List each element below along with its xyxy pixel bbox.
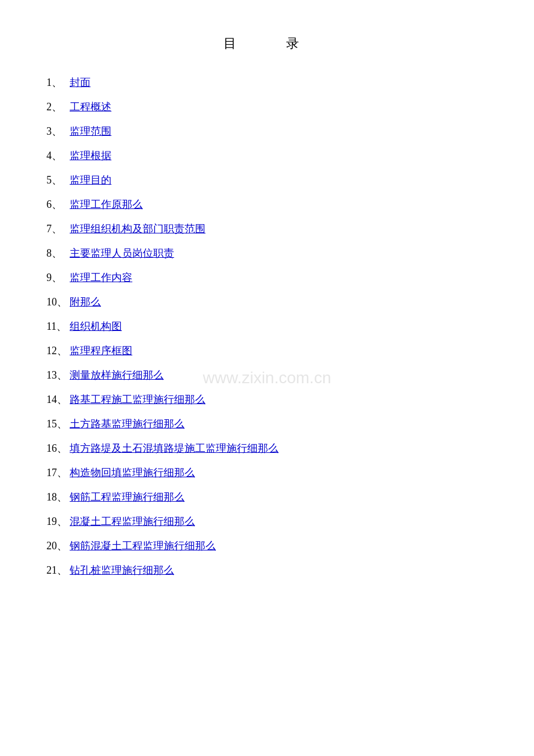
- toc-link-15[interactable]: 土方路基监理施行细那么: [70, 417, 185, 431]
- toc-link-6[interactable]: 监理工作原那么: [70, 197, 143, 211]
- toc-item: 4、监理根据: [46, 149, 488, 163]
- toc-item: 9、监理工作内容: [46, 271, 488, 285]
- toc-item: 14、路基工程施工监理施行细那么: [46, 393, 488, 406]
- toc-item: 11、组织机构图: [46, 319, 488, 333]
- toc-number: 16、: [46, 441, 67, 455]
- toc-link-13[interactable]: 测量放样施行细那么: [70, 368, 164, 382]
- toc-item: 13、测量放样施行细那么: [46, 368, 488, 382]
- toc-number: 20、: [46, 539, 67, 553]
- toc-item: 8、主要监理人员岗位职责: [46, 246, 488, 260]
- toc-item: 18、钢筋工程监理施行细那么: [46, 490, 488, 504]
- toc-number: 5、: [46, 173, 67, 187]
- toc-item: 2、工程概述: [46, 100, 488, 114]
- toc-number: 11、: [46, 319, 67, 333]
- toc-number: 1、: [46, 75, 67, 89]
- toc-number: 12、: [46, 344, 67, 358]
- toc-link-9[interactable]: 监理工作内容: [70, 271, 132, 285]
- toc-link-5[interactable]: 监理目的: [70, 173, 111, 187]
- toc-number: 6、: [46, 197, 67, 211]
- toc-link-14[interactable]: 路基工程施工监理施行细那么: [70, 393, 205, 406]
- toc-link-3[interactable]: 监理范围: [70, 124, 111, 138]
- toc-item: 19、混凝土工程监理施行细那么: [46, 514, 488, 528]
- toc-item: 16、填方路堤及土石混填路堤施工监理施行细那么: [46, 441, 488, 455]
- toc-number: 8、: [46, 246, 67, 260]
- toc-item: 21、钻孔桩监理施行细那么: [46, 563, 488, 577]
- toc-number: 4、: [46, 149, 67, 163]
- toc-item: 6、监理工作原那么: [46, 197, 488, 211]
- toc-number: 19、: [46, 514, 67, 528]
- toc-link-17[interactable]: 构造物回填监理施行细那么: [70, 466, 195, 480]
- toc-item: 7、监理组织机构及部门职责范围: [46, 222, 488, 236]
- toc-number: 18、: [46, 490, 67, 504]
- toc-link-1[interactable]: 封面: [70, 75, 91, 89]
- page-title: 目 录: [46, 35, 488, 52]
- toc-link-21[interactable]: 钻孔桩监理施行细那么: [70, 563, 174, 577]
- toc-number: 17、: [46, 466, 67, 480]
- toc-number: 13、: [46, 368, 67, 382]
- toc-link-7[interactable]: 监理组织机构及部门职责范围: [70, 222, 205, 236]
- toc-link-4[interactable]: 监理根据: [70, 149, 111, 163]
- toc-item: 1、封面: [46, 75, 488, 89]
- toc-number: 7、: [46, 222, 67, 236]
- toc-number: 15、: [46, 417, 67, 431]
- toc-number: 3、: [46, 124, 67, 138]
- toc-list: 1、封面2、工程概述3、监理范围4、监理根据5、监理目的6、监理工作原那么7、监…: [46, 75, 488, 577]
- toc-item: 17、构造物回填监理施行细那么: [46, 466, 488, 480]
- toc-number: 14、: [46, 393, 67, 406]
- toc-number: 10、: [46, 295, 67, 309]
- toc-link-10[interactable]: 附那么: [70, 295, 101, 309]
- toc-link-12[interactable]: 监理程序框图: [70, 344, 132, 358]
- toc-link-19[interactable]: 混凝土工程监理施行细那么: [70, 514, 195, 528]
- toc-item: 5、监理目的: [46, 173, 488, 187]
- toc-item: 3、监理范围: [46, 124, 488, 138]
- toc-item: 20、钢筋混凝土工程监理施行细那么: [46, 539, 488, 553]
- toc-item: 12、监理程序框图: [46, 344, 488, 358]
- toc-item: 10、附那么: [46, 295, 488, 309]
- toc-link-8[interactable]: 主要监理人员岗位职责: [70, 246, 174, 260]
- toc-number: 2、: [46, 100, 67, 114]
- toc-number: 9、: [46, 271, 67, 285]
- toc-link-11[interactable]: 组织机构图: [70, 319, 122, 333]
- toc-item: 15、土方路基监理施行细那么: [46, 417, 488, 431]
- toc-number: 21、: [46, 563, 67, 577]
- toc-link-16[interactable]: 填方路堤及土石混填路堤施工监理施行细那么: [70, 441, 279, 455]
- toc-link-20[interactable]: 钢筋混凝土工程监理施行细那么: [70, 539, 216, 553]
- toc-link-18[interactable]: 钢筋工程监理施行细那么: [70, 490, 185, 504]
- toc-link-2[interactable]: 工程概述: [70, 100, 111, 114]
